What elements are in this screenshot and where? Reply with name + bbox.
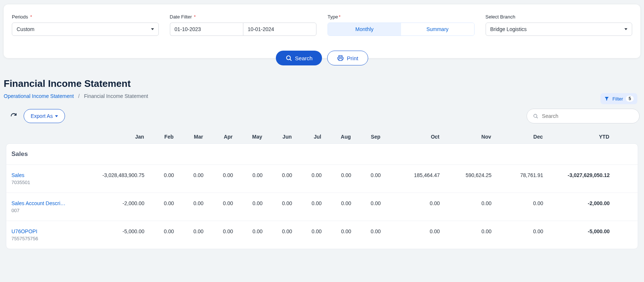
col-oct: Oct — [380, 134, 439, 140]
row-name-link[interactable]: Sales — [11, 172, 85, 178]
print-button[interactable]: Print — [327, 51, 368, 65]
cell-jan: -3,028,483,900.75 — [85, 172, 144, 178]
cell-nov: 590,624.25 — [440, 172, 491, 178]
breadcrumb-current: Financial Income Statement — [84, 93, 148, 99]
branch-label: Select Branch — [486, 14, 633, 20]
cell-oct: 0.00 — [381, 228, 440, 234]
cell-ytd: -2,000.00 — [543, 200, 610, 206]
date-from-input[interactable]: 01-10-2023 — [170, 23, 243, 36]
cell-oct: 0.00 — [381, 200, 440, 206]
cell-jun: 0.00 — [263, 228, 292, 234]
filter-count-badge: 5 — [626, 96, 634, 102]
svg-line-5 — [537, 117, 538, 118]
refresh-icon — [10, 113, 17, 119]
cell-apr: 0.00 — [203, 172, 233, 178]
col-aug: Aug — [321, 134, 351, 140]
breadcrumb-link-operational[interactable]: Operational Income Statement — [4, 93, 74, 99]
svg-line-1 — [290, 59, 291, 60]
cell-sep: 0.00 — [351, 200, 381, 206]
cell-may: 0.00 — [233, 172, 263, 178]
col-jun: Jun — [262, 134, 292, 140]
cell-feb: 0.00 — [144, 200, 174, 206]
table-row: Sales Account Descri… 007 -2,000.00 0.00… — [6, 193, 638, 221]
cell-jan: -5,000.00 — [85, 228, 144, 234]
cell-dec: 0.00 — [491, 228, 543, 234]
row-name-link[interactable]: Sales Account Descri… — [11, 200, 85, 206]
datefilter-label: Date Filter * — [170, 14, 317, 20]
printer-icon — [337, 55, 344, 61]
table-card: Sales Sales 7035501 -3,028,483,900.75 0.… — [6, 143, 638, 249]
col-sep: Sep — [351, 134, 380, 140]
col-apr: Apr — [203, 134, 233, 140]
cell-jul: 0.00 — [292, 200, 322, 206]
cell-may: 0.00 — [233, 200, 263, 206]
col-jan: Jan — [85, 134, 144, 140]
col-blank — [11, 134, 85, 140]
type-label: Type* — [328, 14, 475, 20]
col-may: May — [233, 134, 262, 140]
type-toggle: Monthly Summary — [328, 23, 475, 36]
cell-nov: 0.00 — [440, 200, 491, 206]
row-code: 7557575756 — [11, 236, 85, 241]
search-button[interactable]: Search — [276, 51, 322, 65]
breadcrumb-separator: / — [78, 93, 80, 99]
type-group: Type* Monthly Summary — [328, 14, 475, 36]
breadcrumb: Operational Income Statement / Financial… — [4, 93, 640, 99]
required-marker: * — [194, 14, 196, 20]
cell-aug: 0.00 — [322, 172, 351, 178]
row-code: 7035501 — [11, 180, 85, 185]
cell-ytd: -3,027,629,050.12 — [543, 172, 610, 178]
cell-jan: -2,000.00 — [85, 200, 144, 206]
cell-nov: 0.00 — [440, 228, 491, 234]
cell-aug: 0.00 — [322, 228, 351, 234]
toolbar: Export As — [0, 99, 644, 123]
cell-apr: 0.00 — [203, 228, 233, 234]
periods-select[interactable]: Custom — [12, 23, 159, 36]
cell-jul: 0.00 — [292, 172, 322, 178]
svg-rect-2 — [339, 55, 342, 57]
section-sales: Sales — [6, 144, 638, 165]
col-dec: Dec — [491, 134, 543, 140]
cell-feb: 0.00 — [144, 228, 174, 234]
refresh-button[interactable] — [10, 112, 18, 120]
table-row: U76OPOPI 7557575756 -5,000.00 0.00 0.00 … — [6, 221, 638, 249]
cell-mar: 0.00 — [174, 228, 203, 234]
type-option-monthly[interactable]: Monthly — [328, 23, 401, 35]
cell-mar: 0.00 — [174, 200, 203, 206]
filter-chip[interactable]: Filter 5 — [600, 93, 637, 104]
col-nov: Nov — [439, 134, 491, 140]
cell-jun: 0.00 — [263, 200, 292, 206]
cell-may: 0.00 — [233, 228, 263, 234]
cell-jul: 0.00 — [292, 228, 322, 234]
cell-ytd: -5,000.00 — [543, 228, 610, 234]
cell-feb: 0.00 — [144, 172, 174, 178]
search-input[interactable] — [542, 113, 633, 119]
cell-aug: 0.00 — [322, 200, 351, 206]
row-name-link[interactable]: U76OPOPI — [11, 228, 85, 234]
col-feb: Feb — [144, 134, 174, 140]
col-jul: Jul — [292, 134, 321, 140]
search-field[interactable] — [527, 109, 640, 123]
col-ytd: YTD — [543, 134, 609, 140]
periods-label: Periods * — [12, 14, 159, 20]
funnel-icon — [604, 96, 609, 101]
page-title: Financial Income Statement — [4, 78, 640, 89]
row-code: 007 — [11, 208, 85, 213]
periods-group: Periods * Custom — [12, 14, 159, 36]
required-marker: * — [339, 14, 340, 20]
datefilter-group: Date Filter * 01-10-2023 10-01-2024 — [170, 14, 317, 36]
branch-group: Select Branch Bridge Logistics — [486, 14, 633, 36]
cell-sep: 0.00 — [351, 228, 381, 234]
date-to-input[interactable]: 10-01-2024 — [243, 23, 316, 36]
search-icon — [285, 55, 292, 61]
chevron-down-icon — [55, 115, 58, 117]
cell-oct: 185,464.47 — [381, 172, 440, 178]
cell-sep: 0.00 — [351, 172, 381, 178]
export-as-button[interactable]: Export As — [24, 109, 65, 123]
col-mar: Mar — [174, 134, 203, 140]
search-icon — [533, 113, 538, 119]
income-table: Jan Feb Mar Apr May Jun Jul Aug Sep Oct … — [0, 123, 644, 249]
type-option-summary[interactable]: Summary — [401, 23, 474, 35]
chevron-down-icon — [624, 28, 627, 30]
branch-select[interactable]: Bridge Logistics — [486, 23, 633, 36]
